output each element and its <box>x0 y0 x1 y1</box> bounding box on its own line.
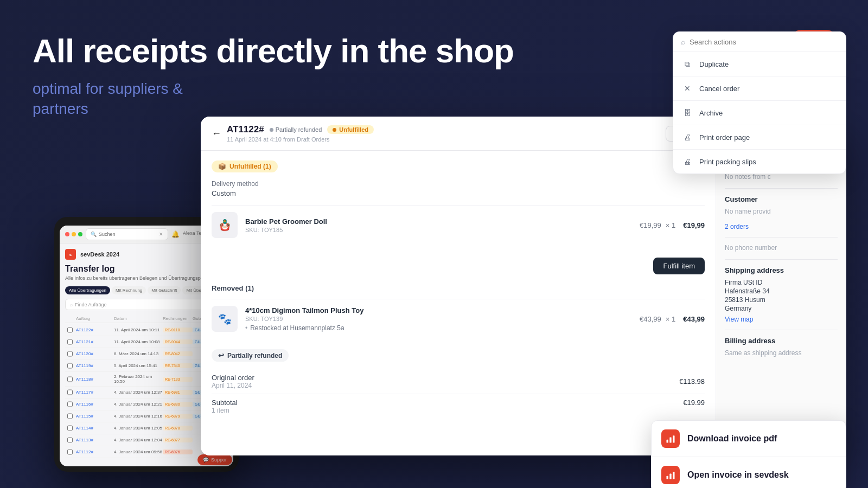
open-invoice-sevdesk-action[interactable]: Open invoice in sevdesk <box>652 457 846 488</box>
re-badge-1: RE-9110 <box>163 328 193 332</box>
svg-rect-5 <box>673 435 674 442</box>
hero-section: All receipts directly in the shop optima… <box>33 33 514 119</box>
original-order-label-group: Original order April 11, 2024 <box>212 374 254 389</box>
tablet-dots <box>65 232 82 236</box>
partial-refund-section-header: ↩ Partially refunded <box>212 349 705 362</box>
date-10: 4. Januar 2024 um 12:04 <box>114 438 163 442</box>
col-checkbox <box>67 316 76 321</box>
fulfill-item-button[interactable]: Fulfill item <box>653 258 705 274</box>
re-badge-10: RE-6877 <box>163 438 193 442</box>
row-checkbox-3[interactable] <box>67 350 73 357</box>
actions-search-container: ⌕ <box>673 32 846 52</box>
bar-chart-icon-2 <box>665 470 676 480</box>
item-sku-1: SKU: TOY185 <box>245 227 632 233</box>
partial-refund-badge: ↩ Partially refunded <box>212 349 289 362</box>
original-order-row: Original order April 11, 2024 €113.98 <box>212 369 705 394</box>
duplicate-action[interactable]: ⧉ Duplicate <box>673 52 846 76</box>
bullet-icon: • <box>245 324 247 332</box>
re-badge-6: RE-6981 <box>163 390 193 395</box>
row-checkbox-1[interactable] <box>67 326 73 333</box>
sevdesk-icon-2 <box>661 466 680 484</box>
tab-all[interactable]: Alle Übertragungen <box>65 286 110 294</box>
order-link-9[interactable]: AT1114# <box>76 426 114 431</box>
order-link-4[interactable]: AT1119# <box>76 363 114 368</box>
view-map-link[interactable]: View map <box>725 316 838 323</box>
row-checkbox-7[interactable] <box>67 401 73 408</box>
order-link-6[interactable]: AT1117# <box>76 390 114 395</box>
print-packing-action[interactable]: 🖨 Print packing slips <box>673 150 846 174</box>
customer-title: Customer <box>725 195 838 203</box>
cancel-order-action[interactable]: ✕ Cancel order <box>673 76 846 100</box>
shipping-title: Shipping address <box>725 266 838 274</box>
print-icon-1: 🖨 <box>681 131 694 144</box>
re-badge-4: RE-7540 <box>163 363 193 368</box>
shipping-line-1: Firma USt ID <box>725 279 838 286</box>
unfulfilled-dot <box>333 128 336 132</box>
item-details-removed: 4*10cm Digimon Tailmon Plush Toy SKU: TO… <box>245 306 632 332</box>
item-image-1: 🪆 <box>212 212 238 238</box>
item-details-1: Barbie Pet Groomer Doll SKU: TOY185 <box>245 217 632 233</box>
date-5: 2. Februar 2024 um 16:50 <box>114 374 163 384</box>
row-checkbox-8[interactable] <box>67 413 73 420</box>
date-3: 8. März 2024 um 14:13 <box>114 351 163 356</box>
tablet-app-name: sevDesk 2024 <box>80 251 119 258</box>
svg-rect-3 <box>667 440 668 443</box>
row-checkbox-2[interactable] <box>67 338 73 345</box>
refund-icon: ↩ <box>218 351 224 359</box>
row-checkbox-4[interactable] <box>67 362 73 369</box>
order-link-7[interactable]: AT1116# <box>76 402 114 407</box>
row-checkbox-10[interactable] <box>67 436 73 444</box>
notification-icon[interactable]: 🔔 <box>171 230 180 238</box>
svg-rect-4 <box>669 438 671 443</box>
order-link-8[interactable]: AT1115# <box>76 414 114 419</box>
row-checkbox-6[interactable] <box>67 389 73 396</box>
re-badge-9: RE-6878 <box>163 426 193 431</box>
divider-1 <box>725 188 838 189</box>
dot-yellow <box>72 232 76 236</box>
row-checkbox-5[interactable] <box>67 376 73 383</box>
cancel-icon: ✕ <box>681 82 694 95</box>
shipping-line-4: Germany <box>725 305 838 312</box>
divider-3 <box>725 259 838 260</box>
order-main-content: 📦 Unfulfilled (1) ··· Delivery method Cu… <box>201 151 716 454</box>
search-icon-dropdown: ⌕ <box>681 37 685 46</box>
order-link-2[interactable]: AT1121# <box>76 339 114 344</box>
back-button[interactable]: ← <box>212 128 221 139</box>
re-badge-2: RE-9044 <box>163 339 193 344</box>
tab-invoice[interactable]: Mit Rechnung <box>112 286 146 294</box>
tablet-url-bar: 🔍 Suchen ✕ <box>86 228 168 240</box>
tab-credit[interactable]: Mit Gutschrift <box>148 286 181 294</box>
hero-subtitle: optimal for suppliers & partners <box>33 79 514 119</box>
download-invoice-pdf-action[interactable]: Download invoice pdf <box>652 421 846 457</box>
re-badge-8: RE-6879 <box>163 414 193 419</box>
sevdesk-logo: s <box>65 249 76 260</box>
order-item-1: 🪆 Barbie Pet Groomer Doll SKU: TOY185 €1… <box>212 205 705 245</box>
archive-action[interactable]: 🗄 Archive <box>673 101 846 125</box>
order-item-removed: 🐾 4*10cm Digimon Tailmon Plush Toy SKU: … <box>212 299 705 338</box>
item-sku-removed: SKU: TOY139 <box>245 316 632 322</box>
support-button[interactable]: 💬 Suppor <box>197 454 232 465</box>
customer-orders-link[interactable]: 2 orders <box>725 223 838 230</box>
order-link-5[interactable]: AT1118# <box>76 377 114 382</box>
date-4: 5. April 2024 um 15:41 <box>114 363 163 368</box>
unfulfilled-badge: Unfulfilled <box>327 125 374 134</box>
order-link-1[interactable]: AT1122# <box>76 328 114 332</box>
bar-chart-icon-1 <box>665 433 676 444</box>
delivery-method-label: Delivery method <box>212 180 705 188</box>
card-body: 📦 Unfulfilled (1) ··· Delivery method Cu… <box>201 151 846 454</box>
item-price-removed: €43,99 × 1 <box>640 315 675 323</box>
order-link-11[interactable]: AT1112# <box>76 450 114 454</box>
print-order-action[interactable]: 🖨 Print order page <box>673 125 846 149</box>
order-link-10[interactable]: AT1113# <box>76 438 114 442</box>
item-name-1: Barbie Pet Groomer Doll <box>245 217 632 226</box>
actions-search-input[interactable] <box>690 38 838 46</box>
order-info: AT1122# Partially refunded Unfulfilled 1… <box>227 124 374 143</box>
partially-dot <box>270 128 273 132</box>
svg-rect-8 <box>673 472 674 479</box>
dot-green <box>78 232 82 236</box>
date-6: 4. Januar 2024 um 12:37 <box>114 390 163 395</box>
order-link-3[interactable]: AT1120# <box>76 351 114 356</box>
shipping-line-3: 25813 Husum <box>725 296 838 304</box>
row-checkbox-9[interactable] <box>67 425 73 432</box>
row-checkbox-11[interactable] <box>67 448 73 455</box>
